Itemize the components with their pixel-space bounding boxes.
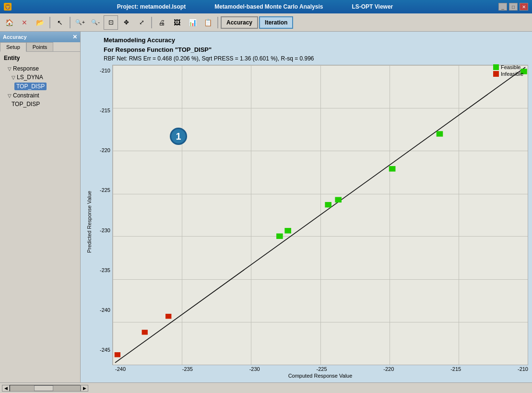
arrow-ls-dyna: ▽	[12, 75, 15, 80]
close-file-button[interactable]: ✕	[17, 15, 32, 30]
toolbar-separator-4	[217, 17, 218, 28]
arrow-response: ▽	[8, 66, 12, 71]
panel-close-button[interactable]: ✕	[72, 34, 77, 40]
zoom-rect-button[interactable]: ⊡	[104, 15, 118, 30]
accuracy-toggle[interactable]: Accuracy	[221, 16, 258, 29]
point-feasible-4	[389, 166, 396, 171]
panel-title: Accuracy	[3, 34, 27, 40]
chart-title-line1: Metamodeling Accuracy	[104, 36, 528, 45]
pan-button[interactable]: ✥	[119, 15, 133, 30]
analysis-title: Metamodel-based Monte Carlo Analysis	[214, 3, 323, 10]
export-data2-button[interactable]: 📋	[201, 15, 215, 30]
chart-area: 1 Metamodeling Accuracy For Response Fun…	[81, 32, 532, 382]
callout-badge: 1	[170, 128, 187, 145]
tree-item-response[interactable]: ▽ Response	[0, 64, 80, 73]
chart-title: Metamodeling Accuracy For Response Funct…	[84, 36, 528, 63]
x-tick-6: -210	[518, 366, 528, 372]
feasible-color-box	[493, 64, 499, 70]
y-tick-0: -210	[100, 68, 110, 73]
title-bar: 🦁 Project: metamodel.lsopt Metamodel-bas…	[0, 0, 532, 13]
project-title: Project: metamodel.lsopt	[117, 3, 186, 10]
tab-points[interactable]: Points	[26, 42, 54, 51]
infeasible-color-box	[493, 71, 499, 77]
tree-item-ls-dyna[interactable]: ▽ LS_DYNA	[0, 73, 80, 82]
left-panel: Accuracy ✕ Setup Points Entity ▽ Respons…	[0, 32, 81, 382]
tree-item-constraint[interactable]: ▽ Constraint	[0, 91, 80, 100]
legend: Feasible Infeasible	[493, 64, 523, 78]
close-button[interactable]: ✕	[520, 3, 528, 11]
x-axis-label: Computed Response Value	[94, 373, 528, 379]
plot-with-yaxis: -210 -215 -220 -225 -230 -235 -240 -245	[94, 65, 528, 365]
home-button[interactable]: 🏠	[2, 15, 16, 30]
y-ticks: -210 -215 -220 -225 -230 -235 -240 -245	[94, 65, 112, 365]
arrow-constraint: ▽	[8, 93, 12, 98]
y-axis-label: Predicted Response Value	[84, 65, 94, 379]
chart-svg	[113, 65, 528, 365]
panel-tabs: Setup Points	[0, 42, 80, 52]
viewer-title: LS-OPT Viewer	[352, 3, 393, 10]
open-button[interactable]: 📂	[33, 15, 47, 30]
chart-container: Predicted Response Value -210 -215 -220 …	[84, 65, 528, 379]
panel-header: Accuracy ✕	[0, 32, 80, 42]
zoom-out-button[interactable]: 🔍-	[88, 15, 103, 30]
legend-feasible: Feasible	[493, 64, 523, 70]
x-tick-1: -235	[182, 366, 193, 372]
legend-infeasible: Infeasible	[493, 71, 523, 77]
infeasible-label: Infeasible	[501, 71, 523, 77]
maximize-button[interactable]: □	[509, 3, 518, 11]
x-axis-area: -240 -235 -230 -225 -220 -215 -210	[94, 365, 528, 372]
point-infeasible-2	[166, 314, 171, 319]
export-data1-button[interactable]: 📊	[185, 15, 200, 30]
main-area: Accuracy ✕ Setup Points Entity ▽ Respons…	[0, 32, 532, 382]
x-tick-2: -230	[249, 366, 260, 372]
x-tick-0: -240	[115, 366, 126, 372]
point-infeasible-0	[115, 352, 120, 357]
x-ticks: -240 -235 -230 -225 -220 -215 -210	[112, 365, 528, 372]
app-icon: 🦁	[4, 3, 12, 11]
chart-title-line2: For Response Function "TOP_DISP"	[104, 45, 528, 55]
x-tick-5: -215	[450, 366, 461, 372]
y-tick-4: -230	[100, 227, 110, 233]
grid-v-6	[528, 65, 528, 365]
y-tick-7: -245	[100, 347, 110, 353]
zoom-fit-button[interactable]: ⤢	[134, 15, 149, 30]
scrollbar-track[interactable]	[10, 385, 81, 392]
feasible-label: Feasible	[501, 64, 521, 70]
tree-item-top-disp-response[interactable]: TOP_DISP	[0, 82, 80, 91]
tree-item-top-disp-constraint[interactable]: TOP_DISP	[0, 100, 80, 108]
scroll-right-button[interactable]: ▶	[81, 385, 88, 392]
toolbar: 🏠 ✕ 📂 ↖ 🔍+ 🔍- ⊡ ✥ ⤢ 🖨 🖼 📊 📋 Accuracy Ite…	[0, 13, 532, 32]
point-feasible-0	[276, 233, 283, 238]
toolbar-separator-1	[49, 17, 50, 28]
scroll-left-button[interactable]: ◀	[2, 385, 10, 392]
y-tick-3: -225	[100, 187, 110, 193]
chart-inner: -210 -215 -220 -225 -230 -235 -240 -245	[94, 65, 528, 379]
tree: ▽ Response ▽ LS_DYNA TOP_DISP ▽ Constrai…	[0, 64, 80, 108]
tab-setup[interactable]: Setup	[0, 42, 26, 52]
toolbar-separator-3	[151, 17, 152, 28]
scrollbar-thumb[interactable]	[34, 385, 53, 391]
x-tick-3: -225	[316, 366, 327, 372]
x-tick-4: -220	[383, 366, 394, 372]
plot-canvas[interactable]	[112, 65, 528, 365]
toolbar-separator-2	[70, 17, 71, 28]
svg-line-0	[115, 67, 525, 363]
point-feasible-3	[335, 197, 342, 202]
point-feasible-2	[325, 202, 331, 207]
print-button[interactable]: 🖨	[154, 15, 169, 30]
iteration-toggle[interactable]: Iteration	[259, 16, 293, 29]
cursor-button[interactable]: ↖	[53, 15, 67, 30]
y-tick-1: -215	[100, 107, 110, 113]
point-feasible-5	[437, 131, 443, 136]
point-feasible-1	[284, 228, 291, 233]
y-tick-6: -240	[100, 307, 110, 313]
point-infeasible-1	[142, 330, 148, 334]
chart-title-line3: RBF Net: RMS Err = 0.468 (0.206 %), Sqrt…	[104, 54, 528, 63]
grid-h-7	[113, 365, 528, 365]
entity-label: Entity	[0, 52, 80, 64]
zoom-in-button[interactable]: 🔍+	[73, 15, 87, 30]
bottom-bar: ◀ ▶	[0, 382, 532, 393]
y-tick-5: -235	[100, 267, 110, 273]
export-image-button[interactable]: 🖼	[170, 15, 184, 30]
minimize-button[interactable]: _	[498, 3, 507, 11]
